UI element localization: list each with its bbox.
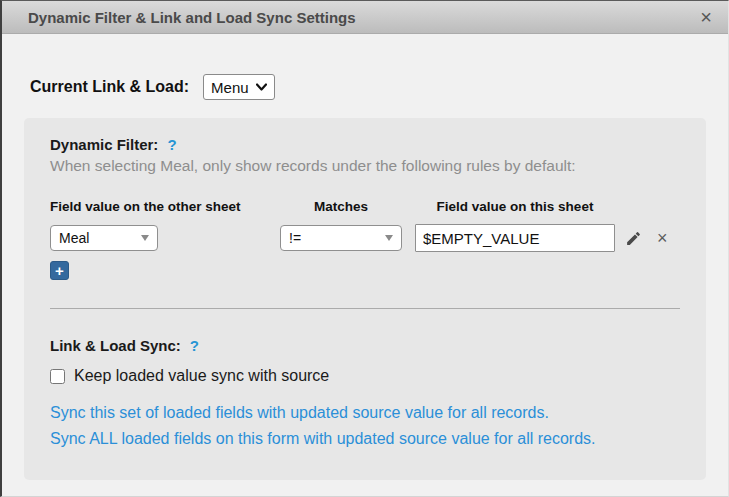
link-load-sync-help-icon[interactable]: ? bbox=[190, 337, 199, 354]
matches-operator-dropdown[interactable]: != bbox=[280, 225, 402, 251]
keep-sync-checkbox[interactable] bbox=[50, 369, 65, 384]
column-header-this-sheet: Field value on this sheet bbox=[415, 199, 615, 214]
dynamic-filter-heading: Dynamic Filter: bbox=[50, 136, 158, 153]
dialog-title: Dynamic Filter & Link and Load Sync Sett… bbox=[28, 9, 698, 26]
dialog-body: Current Link & Load: Menu Dynamic Filter… bbox=[2, 74, 728, 480]
close-icon[interactable]: × bbox=[698, 7, 714, 27]
link-load-sync-section-heading: Link & Load Sync: ? bbox=[50, 337, 680, 354]
dropdown-arrow-icon bbox=[141, 235, 149, 241]
field-other-sheet-dropdown[interactable]: Meal bbox=[50, 225, 158, 251]
add-rule-button[interactable]: + bbox=[50, 261, 69, 280]
dynamic-filter-settings-dialog: Dynamic Filter & Link and Load Sync Sett… bbox=[0, 0, 729, 497]
rule-column-headers: Field value on the other sheet Matches F… bbox=[50, 199, 680, 214]
column-header-other-sheet: Field value on the other sheet bbox=[50, 199, 280, 214]
current-link-load-row: Current Link & Load: Menu bbox=[24, 74, 706, 100]
filter-rule-row: Meal != × bbox=[50, 224, 680, 252]
current-link-load-value: Menu bbox=[211, 79, 249, 96]
dynamic-filter-description: When selecting Meal, only show records u… bbox=[50, 157, 680, 175]
chevron-down-icon bbox=[256, 83, 267, 91]
section-divider bbox=[50, 308, 680, 309]
delete-rule-icon[interactable]: × bbox=[657, 229, 668, 247]
field-other-sheet-value: Meal bbox=[59, 230, 89, 246]
dropdown-arrow-icon bbox=[385, 235, 393, 241]
keep-sync-checkbox-row: Keep loaded value sync with source bbox=[50, 367, 680, 385]
sync-set-link[interactable]: Sync this set of loaded fields with upda… bbox=[50, 400, 680, 426]
dialog-titlebar: Dynamic Filter & Link and Load Sync Sett… bbox=[2, 1, 728, 34]
current-link-load-select[interactable]: Menu bbox=[203, 74, 275, 100]
keep-sync-checkbox-label: Keep loaded value sync with source bbox=[74, 367, 329, 385]
current-link-load-label: Current Link & Load: bbox=[30, 78, 189, 96]
settings-panel: Dynamic Filter: ? When selecting Meal, o… bbox=[24, 118, 706, 480]
sync-links: Sync this set of loaded fields with upda… bbox=[50, 400, 680, 452]
sync-all-link[interactable]: Sync ALL loaded fields on this form with… bbox=[50, 426, 680, 452]
link-load-sync-heading: Link & Load Sync: bbox=[50, 337, 181, 354]
edit-pencil-icon[interactable] bbox=[625, 230, 642, 247]
field-value-input[interactable] bbox=[415, 224, 615, 252]
dynamic-filter-section-heading: Dynamic Filter: ? bbox=[50, 136, 680, 153]
column-header-matches: Matches bbox=[280, 199, 402, 214]
matches-operator-value: != bbox=[289, 230, 301, 246]
dynamic-filter-help-icon[interactable]: ? bbox=[167, 136, 176, 153]
